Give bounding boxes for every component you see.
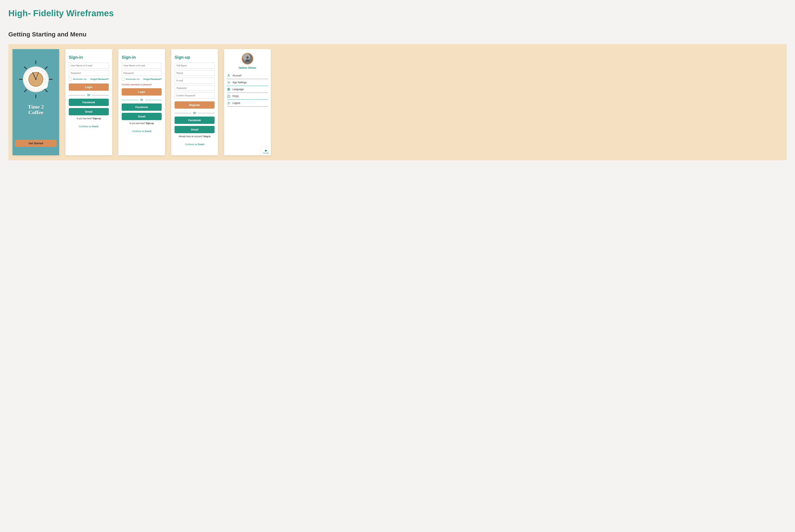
- login-button[interactable]: Login: [69, 83, 109, 91]
- signup-link[interactable]: Sign-up: [146, 122, 154, 125]
- svg-line-6: [24, 90, 26, 92]
- svg-line-7: [45, 90, 47, 92]
- password-input[interactable]: [69, 70, 109, 76]
- signin-link[interactable]: Sing-in: [203, 135, 211, 137]
- signup-heading: Sign-up: [175, 55, 215, 60]
- facebook-button[interactable]: Facebook: [69, 99, 109, 106]
- screen-signup: Sign-up Register Or Facebook Gmail Alrea…: [171, 49, 218, 155]
- facebook-button[interactable]: Facebook: [122, 103, 162, 111]
- splash-logo: Time 2 Coffee: [18, 59, 54, 115]
- continue-as-guest-link[interactable]: Continue as Guest: [69, 125, 109, 128]
- faqs-icon: [227, 95, 230, 98]
- svg-point-18: [228, 82, 229, 83]
- password-input[interactable]: [122, 70, 162, 76]
- confirm-password-input[interactable]: [175, 93, 215, 98]
- svg-point-17: [228, 75, 229, 76]
- login-button[interactable]: Login: [122, 88, 162, 96]
- menu-item-label: FAQs: [233, 95, 239, 98]
- signin-heading: Sign-in: [122, 55, 162, 60]
- section-title: Getting Starting and Menu: [8, 31, 787, 38]
- screen-menu: Helloo Olivia! Account App Settings: [224, 49, 271, 155]
- forgot-password-link[interactable]: Forgot Password?: [90, 78, 109, 80]
- signin-heading: Sign-in: [69, 55, 109, 60]
- svg-point-16: [246, 56, 249, 59]
- or-divider: Or: [175, 112, 215, 114]
- brand-title: Time 2 Coffee: [28, 104, 44, 115]
- settings-icon: [227, 81, 230, 84]
- gmail-button[interactable]: Gmail: [122, 113, 162, 120]
- gmail-button[interactable]: Gmail: [175, 126, 215, 133]
- favorite-tab[interactable]: Favorite: [261, 148, 271, 155]
- screen-splash: Time 2 Coffee Get Started: [13, 49, 59, 155]
- fullname-input[interactable]: [175, 63, 215, 69]
- avatar[interactable]: [242, 53, 253, 64]
- avatar-placeholder-icon: [244, 55, 251, 62]
- or-divider: Or: [69, 94, 109, 97]
- new-here-text: Is you new here? Sign-up: [69, 117, 109, 120]
- menu-item-logout[interactable]: Logout: [227, 100, 268, 107]
- new-here-text: Is you new here? Sign-up: [122, 122, 162, 125]
- get-started-button[interactable]: Get Started: [15, 140, 57, 147]
- screen-signin: Sign-in Remember me Forgot Password? Log…: [66, 49, 112, 155]
- menu-item-label: Account: [233, 74, 241, 77]
- menu-item-app-settings[interactable]: App Settings: [227, 79, 268, 86]
- remember-me-checkbox[interactable]: Remember me: [122, 78, 140, 80]
- screen-signin-error: Sign-in Remember me Forgot Password? Inc…: [118, 49, 165, 155]
- email-input[interactable]: [175, 78, 215, 83]
- heart-icon: [264, 149, 267, 152]
- remember-me-label: Remember me: [126, 78, 140, 80]
- remember-me-checkbox[interactable]: Remember me: [69, 78, 87, 80]
- menu-item-label: App Settings: [233, 81, 247, 84]
- username-input[interactable]: [69, 63, 109, 69]
- svg-line-4: [24, 67, 26, 69]
- remember-me-label: Remember me: [73, 78, 87, 80]
- wireframe-board: Time 2 Coffee Get Started Sign-in Rememb…: [8, 44, 787, 160]
- gmail-button[interactable]: Gmail: [69, 108, 109, 115]
- menu-item-label: Logout: [233, 101, 240, 104]
- or-divider: Or: [122, 98, 162, 101]
- password-input[interactable]: [175, 85, 215, 91]
- already-account-text: Already have an account? Sing-in: [175, 135, 215, 137]
- continue-as-guest-link[interactable]: Continue as Guest: [122, 130, 162, 132]
- language-icon: [227, 88, 230, 91]
- forgot-password-link[interactable]: Forgot Password?: [143, 78, 162, 80]
- svg-line-5: [45, 67, 47, 69]
- facebook-button[interactable]: Facebook: [175, 117, 215, 124]
- register-button[interactable]: Register: [175, 101, 215, 109]
- phone-input[interactable]: [175, 70, 215, 76]
- menu-item-label: Language: [233, 88, 243, 91]
- username-input[interactable]: [122, 63, 162, 69]
- page-title: High- Fidelity Wireframes: [8, 8, 787, 18]
- coffee-clock-icon: [18, 59, 54, 99]
- menu-item-language[interactable]: Language: [227, 86, 268, 93]
- logout-icon: [227, 101, 230, 105]
- menu-item-faqs[interactable]: FAQs: [227, 93, 268, 100]
- menu-item-account[interactable]: Account: [227, 72, 268, 79]
- error-message: Incorrect username or password: [122, 83, 162, 86]
- signup-link[interactable]: Sign-up: [93, 117, 101, 120]
- favorite-label: Favorite: [263, 152, 269, 154]
- greeting-text: Helloo Olivia!: [239, 66, 256, 69]
- account-icon: [227, 74, 230, 77]
- continue-as-guest-link[interactable]: Continue as Guest: [175, 143, 215, 146]
